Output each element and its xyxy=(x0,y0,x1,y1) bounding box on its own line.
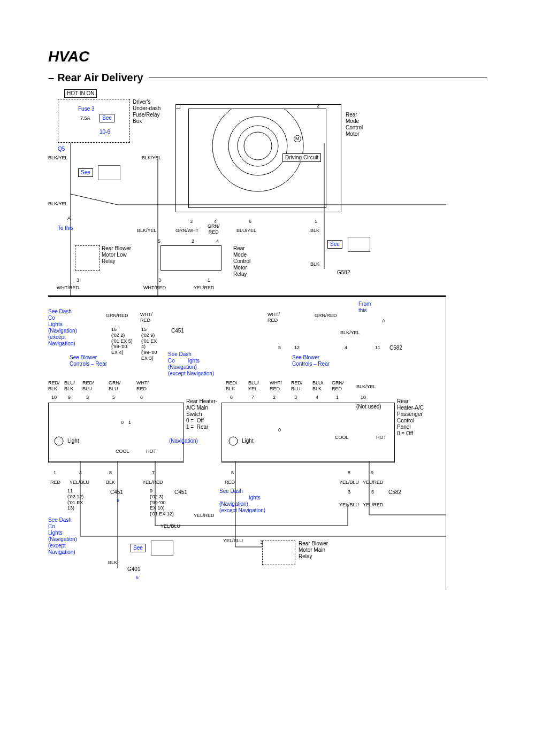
subtitle: Rear Air Delivery xyxy=(57,72,143,84)
page-title: HVAC xyxy=(48,48,487,65)
schematic-lines xyxy=(48,87,446,590)
wiring-diagram: HOT IN ON Fuse 3 7.5A See 10-6. Driver's… xyxy=(48,87,487,595)
subtitle-row: – Rear Air Delivery xyxy=(48,72,487,84)
